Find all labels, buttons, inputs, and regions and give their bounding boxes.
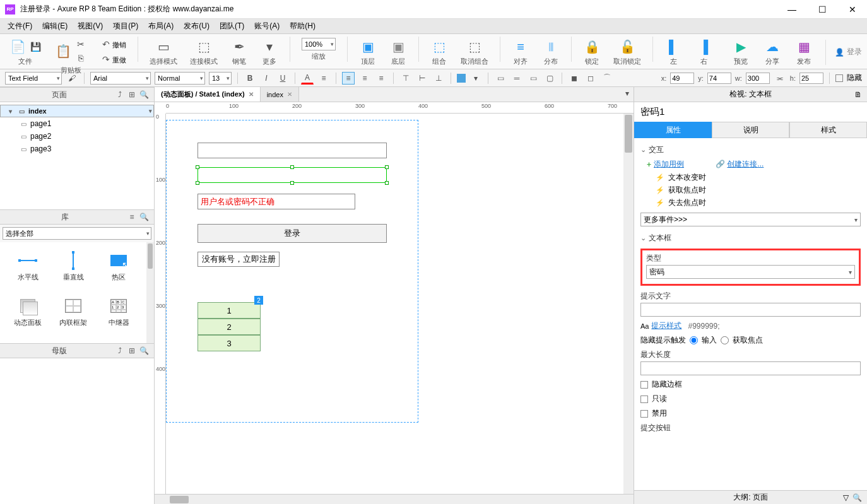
add-page-icon[interactable]: ⊞ xyxy=(127,90,137,100)
align-icon[interactable]: ≡ xyxy=(512,38,529,56)
canvas-vscrollbar[interactable] xyxy=(623,114,634,494)
text-color-button[interactable]: A xyxy=(301,72,314,85)
login-button[interactable]: 👤登录 xyxy=(835,47,862,57)
x-input[interactable] xyxy=(670,73,694,84)
page-index[interactable]: ▾▭index xyxy=(0,105,154,117)
add-folder-icon[interactable]: ⤴ xyxy=(115,90,125,100)
page-page3[interactable]: ▭page3 xyxy=(0,143,154,155)
page-page2[interactable]: ▭page2 xyxy=(0,130,154,143)
lib-repeater[interactable]: ABC123中继器 xyxy=(96,293,141,338)
library-search-icon[interactable]: 🔍 xyxy=(139,212,149,222)
create-link-link[interactable]: 🔗 创建连接... xyxy=(716,159,764,170)
event-text-change[interactable]: ⚡文本改变时 xyxy=(640,171,861,184)
border-style-button[interactable]: ═ xyxy=(510,72,523,85)
disabled-checkbox[interactable] xyxy=(640,410,648,418)
menu-help[interactable]: 帮助(H) xyxy=(286,20,319,33)
lib-hline[interactable]: 水平线 xyxy=(5,247,50,293)
hide-hint-input-radio[interactable] xyxy=(690,336,698,344)
font-select[interactable]: Arial xyxy=(90,72,151,85)
align-right-text-button[interactable]: ≡ xyxy=(375,72,387,85)
format-painter-icon[interactable]: 🖌 xyxy=(66,72,78,85)
error-message-label[interactable]: 用户名或密码不正确 xyxy=(198,194,355,209)
library-selector[interactable]: 选择全部 xyxy=(3,227,151,240)
align-left-text-button[interactable]: ≡ xyxy=(342,72,355,85)
canvas-hscrollbar[interactable] xyxy=(155,494,634,504)
bold-button[interactable]: B xyxy=(244,72,256,85)
close-button[interactable]: ✕ xyxy=(843,4,862,15)
add-master-icon[interactable]: ⊞ xyxy=(127,346,137,356)
valign-top-button[interactable]: ⊤ xyxy=(399,72,412,85)
redo-icon[interactable]: ↷ xyxy=(100,53,112,66)
tab-notes[interactable]: 说明 xyxy=(712,122,789,138)
repeater-row[interactable]: 1 xyxy=(198,302,261,319)
tab-properties[interactable]: 属性 xyxy=(634,122,712,138)
valign-middle-button[interactable]: ⊢ xyxy=(416,72,428,85)
select-mode-icon[interactable]: ▭ xyxy=(155,38,172,56)
unlock-icon[interactable]: 🔓 xyxy=(618,38,636,56)
font-weight-select[interactable]: Normal xyxy=(155,72,205,85)
italic-button[interactable]: I xyxy=(260,72,273,85)
hide-border-checkbox[interactable] xyxy=(640,381,648,389)
masters-search-icon[interactable]: 🔍 xyxy=(139,346,149,356)
align-left-icon[interactable]: ▌ xyxy=(664,38,682,56)
hint-style-link[interactable]: 提示样式 xyxy=(651,320,681,331)
filter-icon[interactable]: ▽ xyxy=(843,493,849,502)
textfield-section-header[interactable]: 文本框 xyxy=(640,230,861,246)
library-scrollbar[interactable] xyxy=(146,242,154,343)
send-back-icon[interactable]: ▣ xyxy=(389,38,407,56)
menu-edit[interactable]: 编辑(E) xyxy=(38,20,71,33)
pages-search-icon[interactable]: 🔍 xyxy=(139,90,149,100)
menu-publish[interactable]: 发布(U) xyxy=(180,20,213,33)
preview-icon[interactable]: ▶ xyxy=(732,38,750,56)
underline-button[interactable]: U xyxy=(276,72,289,85)
shadow-inner-button[interactable]: ◻ xyxy=(584,72,597,85)
lib-iframe[interactable]: 内联框架 xyxy=(50,293,96,338)
menu-project[interactable]: 项目(P) xyxy=(109,20,142,33)
outline-header[interactable]: 大纲: 页面 ▽🔍 xyxy=(634,490,867,504)
collapse-icon[interactable]: ▾ xyxy=(6,107,15,115)
lock-aspect-icon[interactable]: ⫘ xyxy=(774,72,786,85)
tab-index[interactable]: index✕ xyxy=(261,87,299,102)
tab-state1[interactable]: (动态面板) / State1 (index)✕ xyxy=(155,87,261,102)
tabs-dropdown-icon[interactable]: ▾ xyxy=(621,87,634,100)
lock-icon[interactable]: 🔒 xyxy=(583,38,601,56)
menu-file[interactable]: 文件(F) xyxy=(4,20,36,33)
zoom-select[interactable]: 100% xyxy=(302,38,336,50)
new-file-icon[interactable]: 📄 xyxy=(9,38,27,56)
add-case-link[interactable]: +添加用例 xyxy=(640,158,684,171)
library-menu-icon[interactable]: ≡ xyxy=(127,212,137,222)
align-right-icon[interactable]: ▐ xyxy=(695,38,712,56)
ungroup-icon[interactable]: ⬚ xyxy=(466,38,483,56)
design-canvas[interactable]: 用户名或密码不正确 登录 没有账号，立即注册 2 1 2 3 xyxy=(166,114,623,494)
fill-dropdown-icon[interactable]: ▾ xyxy=(469,72,482,85)
corner-radius-button[interactable]: ⌒ xyxy=(601,72,613,85)
shadow-outer-button[interactable]: ◼ xyxy=(568,72,581,85)
font-size-select[interactable]: 13 xyxy=(209,72,232,85)
login-canvas-button[interactable]: 登录 xyxy=(198,224,387,243)
repeater-widget[interactable]: 2 1 2 3 xyxy=(198,302,261,351)
menu-account[interactable]: 账号(A) xyxy=(251,20,283,33)
menu-layout[interactable]: 布局(A) xyxy=(144,20,177,33)
hint-text-input[interactable] xyxy=(640,303,861,317)
border-color-button[interactable]: ▭ xyxy=(527,72,540,85)
repeater-row[interactable]: 3 xyxy=(198,335,261,351)
valign-bottom-button[interactable]: ⊥ xyxy=(432,72,445,85)
bullets-button[interactable]: ≡ xyxy=(317,72,330,85)
password-field[interactable] xyxy=(198,167,387,183)
fill-color-button[interactable] xyxy=(457,74,466,83)
undo-icon[interactable]: ↶ xyxy=(100,38,112,50)
register-link[interactable]: 没有账号，立即注册 xyxy=(198,252,280,267)
connect-mode-icon[interactable]: ⬚ xyxy=(195,38,213,56)
close-tab-icon[interactable]: ✕ xyxy=(249,91,254,98)
publish-icon[interactable]: ▦ xyxy=(795,38,813,56)
close-tab-icon[interactable]: ✕ xyxy=(287,91,292,98)
align-center-text-button[interactable]: ≡ xyxy=(358,72,371,85)
repeater-row[interactable]: 2 xyxy=(198,319,261,335)
lib-vline[interactable]: 垂直线 xyxy=(50,247,96,293)
lib-hotspot[interactable]: ↖热区 xyxy=(96,247,141,293)
more-events-select[interactable]: 更多事件>>> xyxy=(640,213,861,226)
notes-icon[interactable]: 🗎 xyxy=(854,90,862,99)
widget-type-select[interactable]: Text Field xyxy=(5,72,62,85)
hide-hint-focus-radio[interactable] xyxy=(721,336,729,344)
more-icon[interactable]: ▾ xyxy=(261,38,278,56)
